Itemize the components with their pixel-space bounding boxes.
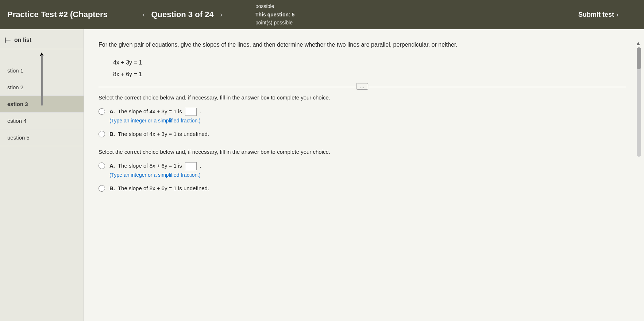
- second-choice-b-label: B. The slope of 8x + 6y = 1 is undefined…: [109, 184, 209, 193]
- collapse-icon[interactable]: ⊢: [4, 36, 11, 44]
- second-choice-a-subtext: (Type an integer or a simplified fractio…: [109, 171, 201, 179]
- next-question-arrow[interactable]: ›: [220, 11, 223, 19]
- second-choice-a-label: A. The slope of 8x + 6y = 1 is . (Type a…: [109, 161, 201, 179]
- sidebar-header: ⊢ on list: [0, 29, 84, 49]
- sidebar-item-question4[interactable]: estion 4: [0, 113, 84, 129]
- equation-2: 8x + 6y = 1: [113, 68, 626, 80]
- prev-question-arrow[interactable]: ‹: [142, 11, 144, 19]
- submit-arrow-icon: ›: [616, 11, 618, 19]
- scrollbar-up-arrow[interactable]: ▲: [635, 40, 641, 47]
- header: Practice Test #2 (Chapters ‹ Question 3 …: [0, 0, 644, 29]
- main-layout: ⊢ on list ▲ stion 1 stion 2 estion 3 est…: [0, 29, 644, 321]
- this-question-label: This question: 5: [255, 12, 294, 17]
- question-counter: Question 3 of 24: [151, 10, 213, 19]
- first-choice-group: A. The slope of 4x + 3y = 1 is . (Type a…: [99, 107, 626, 138]
- second-choice-group: A. The slope of 8x + 6y = 1 is . (Type a…: [99, 161, 626, 193]
- equations: 4x + 3y = 1 8x + 6y = 1: [113, 57, 626, 80]
- sidebar-item-question5[interactable]: uestion 5: [0, 129, 84, 146]
- first-choice-a-text: The slope of 4x + 3y = 1 is: [118, 108, 182, 114]
- second-choice-b-letter: B.: [109, 185, 115, 191]
- first-choice-b-letter: B.: [109, 131, 115, 137]
- points-info: possible This question: 5 point(s) possi…: [241, 2, 578, 27]
- submit-button[interactable]: Submit test ›: [578, 11, 618, 19]
- first-select-instruction: Select the correct choice below and, if …: [99, 94, 626, 101]
- first-choice-b-label: B. The slope of 4x + 3y = 1 is undefined…: [109, 130, 209, 138]
- points-line1: possible: [255, 3, 274, 9]
- content-scrollbar[interactable]: [637, 47, 641, 157]
- question-navigation: ‹ Question 3 of 24 ›: [124, 10, 241, 19]
- question-text: For the given pair of equations, give th…: [99, 40, 500, 50]
- second-choice-b: B. The slope of 8x + 6y = 1 is undefined…: [99, 184, 626, 193]
- second-select-instruction: Select the correct choice below and, if …: [99, 149, 626, 155]
- first-choice-b-radio[interactable]: [99, 131, 105, 137]
- scrollbar-thumb[interactable]: [637, 47, 641, 69]
- first-choice-a-text-after: .: [200, 108, 201, 114]
- second-choice-a-letter: A.: [109, 163, 115, 169]
- sidebar: ⊢ on list ▲ stion 1 stion 2 estion 3 est…: [0, 29, 84, 321]
- question-content: For the given pair of equations, give th…: [84, 29, 644, 321]
- second-choice-a-text-after: .: [200, 163, 201, 169]
- first-choice-a: A. The slope of 4x + 3y = 1 is . (Type a…: [99, 107, 626, 125]
- points-line3: point(s) possible: [255, 20, 293, 26]
- first-choice-a-subtext: (Type an integer or a simplified fractio…: [109, 117, 201, 125]
- first-choice-b-text: The slope of 4x + 3y = 1 is undefined.: [118, 131, 209, 137]
- second-choice-a-text: The slope of 8x + 6y = 1 is: [118, 163, 182, 169]
- sidebar-header-label: on list: [14, 37, 31, 43]
- divider-dots: ...: [356, 83, 369, 90]
- second-choice-b-text: The slope of 8x + 6y = 1 is undefined.: [118, 185, 209, 191]
- second-choice-a-radio[interactable]: [99, 163, 105, 169]
- first-answer-input-box[interactable]: [185, 108, 197, 116]
- submit-area: Submit test ›: [578, 11, 637, 19]
- first-choice-a-radio[interactable]: [99, 108, 105, 115]
- page-title: Practice Test #2 (Chapters: [7, 10, 124, 19]
- first-choice-a-letter: A.: [109, 108, 115, 114]
- second-choice-b-radio[interactable]: [99, 185, 105, 192]
- second-answer-input-box[interactable]: [185, 162, 197, 170]
- sidebar-scrollbar: [41, 55, 43, 106]
- equation-1: 4x + 3y = 1: [113, 57, 626, 68]
- second-choice-a: A. The slope of 8x + 6y = 1 is . (Type a…: [99, 161, 626, 179]
- first-choice-a-label: A. The slope of 4x + 3y = 1 is . (Type a…: [109, 107, 201, 125]
- first-choice-b: B. The slope of 4x + 3y = 1 is undefined…: [99, 130, 626, 138]
